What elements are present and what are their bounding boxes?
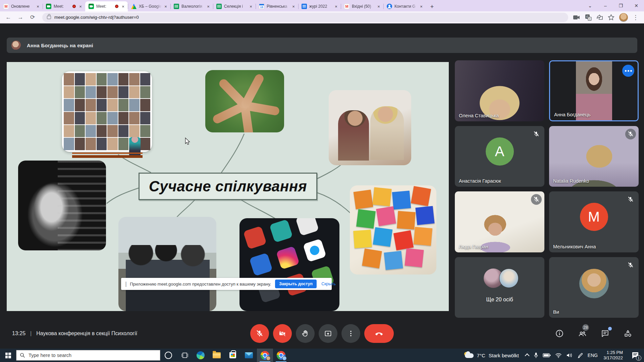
tab-close-icon[interactable]: × xyxy=(248,4,254,9)
tab-close-icon[interactable]: × xyxy=(376,4,381,9)
taskbar-clock[interactable]: 1:25 PM 3/17/2022 xyxy=(602,350,624,361)
back-button[interactable]: ← xyxy=(3,12,13,22)
tab-gmail-onovlene[interactable]: M Оновлене × xyxy=(0,1,43,11)
task-view-button[interactable] xyxy=(176,349,193,362)
search-placeholder: Type here to search xyxy=(29,353,71,358)
participant-tile-active-speaker[interactable]: Анна Богданець xyxy=(549,60,639,121)
participant-name: Natalia Rudenko xyxy=(553,178,589,184)
clock-date: 3/17/2022 xyxy=(603,355,623,361)
meet-page: Анна Богданець на екрані xyxy=(0,23,644,349)
participant-avatar: М xyxy=(580,203,608,231)
self-view-tile[interactable]: Ви xyxy=(549,257,639,318)
cortana-button[interactable] xyxy=(160,349,176,362)
participant-avatar xyxy=(499,268,519,288)
drive-icon xyxy=(131,4,137,9)
chat-button[interactable] xyxy=(598,326,612,341)
chrome-button-2[interactable] xyxy=(273,349,289,362)
tile-options-button[interactable] xyxy=(622,65,634,77)
tab-sheets-selekcia[interactable]: Селекція і × xyxy=(213,1,256,11)
taskbar-weather-widget[interactable]: 7°C Stark bewölkt xyxy=(461,352,522,359)
start-button[interactable] xyxy=(0,349,16,362)
edge-button[interactable] xyxy=(193,349,209,362)
tab-drive[interactable]: ХБ – Google × xyxy=(128,1,170,11)
window-restore-button[interactable]: ❐ xyxy=(613,0,629,11)
mic-toggle-button[interactable] xyxy=(250,324,269,343)
tab-close-icon[interactable]: × xyxy=(163,4,168,9)
stop-sharing-button[interactable]: Закрыть доступ xyxy=(275,280,317,288)
camera-toggle-button[interactable] xyxy=(273,324,292,343)
store-button[interactable] xyxy=(225,349,241,362)
presentation-title-box: Сучасне спілкування xyxy=(139,173,317,200)
activities-button[interactable] xyxy=(621,326,635,341)
contacts-icon xyxy=(387,4,392,9)
participant-tile[interactable]: Natalia Rudenko xyxy=(549,126,639,187)
language-indicator[interactable]: ENG xyxy=(588,353,598,358)
chrome-button-active[interactable] xyxy=(257,349,273,362)
tab-meet-1[interactable]: Meet: × xyxy=(43,1,85,11)
tab-close-icon[interactable]: × xyxy=(35,4,41,9)
meet-icon xyxy=(46,4,51,9)
wifi-icon[interactable] xyxy=(555,353,562,358)
hide-notice-link[interactable]: Скрыть xyxy=(321,282,336,286)
action-center-button[interactable]: 1 xyxy=(629,349,642,362)
mic-muted-icon xyxy=(531,194,542,205)
volume-icon[interactable] xyxy=(566,353,573,358)
raise-hand-button[interactable] xyxy=(296,324,315,343)
bookmark-star-icon[interactable] xyxy=(608,14,614,21)
drag-handle-icon[interactable]: ║ xyxy=(124,282,127,287)
address-bar[interactable]: meet.google.com/wig-chtv-rdj?authuser=0 xyxy=(42,13,568,22)
tab-sheets-valeologia[interactable]: Валеологія × xyxy=(170,1,213,11)
clock-time: 1:25 PM xyxy=(603,350,623,355)
overflow-participants-tile[interactable]: Ще 20 осіб xyxy=(455,257,544,318)
store-icon xyxy=(229,352,236,358)
tab-close-icon[interactable]: × xyxy=(206,4,211,9)
browser-menu-icon[interactable]: ⋮ xyxy=(633,14,639,21)
taskbar-search-input[interactable]: Type here to search xyxy=(16,350,160,361)
participant-tile[interactable]: A Анастасія Гарасюк xyxy=(455,126,544,187)
tab-contacts[interactable]: Контакти G × xyxy=(383,1,426,11)
tab-close-icon[interactable]: × xyxy=(291,4,296,9)
leave-call-button[interactable] xyxy=(364,324,394,343)
sheets-icon xyxy=(216,4,222,9)
participants-button[interactable]: 28 xyxy=(575,326,590,341)
tab-calendar[interactable]: 15 Рівненська × xyxy=(256,1,298,11)
tab-gmail-inbox[interactable]: M Вхідні (50) × xyxy=(341,1,383,11)
recording-indicator-icon xyxy=(72,5,76,8)
participant-tile[interactable]: М Мельникович Анна xyxy=(549,191,639,252)
window-minimize-button[interactable]: – xyxy=(598,0,613,11)
tab-capture-icon[interactable] xyxy=(573,15,580,20)
tab-close-icon[interactable]: × xyxy=(419,4,424,9)
camera-off-icon xyxy=(278,329,287,338)
file-explorer-button[interactable] xyxy=(209,349,225,362)
participant-video xyxy=(576,61,612,120)
tab-search-chevron-icon[interactable]: ⌄ xyxy=(582,0,598,11)
participant-name: Люда Гавран xyxy=(459,244,488,249)
reload-button[interactable]: ⟳ xyxy=(28,12,38,22)
pen-icon[interactable] xyxy=(577,352,583,358)
tray-overflow-chevron-icon[interactable] xyxy=(525,353,529,358)
chrome-profile-badge xyxy=(282,356,287,361)
gmail-icon: M xyxy=(344,4,350,9)
share-icon[interactable] xyxy=(596,14,603,20)
screen: M Оновлене × Meet: × Meet: × ХБ – Google… xyxy=(0,0,644,362)
tab-close-icon[interactable]: × xyxy=(120,4,126,9)
browser-profile-avatar[interactable] xyxy=(619,13,628,22)
forward-button[interactable]: → xyxy=(15,12,25,22)
tab-close-icon[interactable]: × xyxy=(78,4,83,9)
tab-meet-active[interactable]: Meet: × xyxy=(85,1,128,11)
participant-tile[interactable]: Олена Ставицька xyxy=(455,60,544,121)
window-close-button[interactable]: ✕ xyxy=(629,0,644,11)
task-view-icon xyxy=(181,352,188,359)
tab-docs[interactable]: журі 2022 × xyxy=(298,1,341,11)
new-tab-button[interactable]: + xyxy=(427,2,437,11)
meeting-details-button[interactable] xyxy=(552,326,567,341)
battery-icon[interactable] xyxy=(543,353,551,358)
mic-muted-icon xyxy=(531,129,542,139)
mail-button[interactable] xyxy=(241,349,257,362)
translate-icon[interactable]: Gא xyxy=(585,14,592,21)
present-screen-button[interactable] xyxy=(319,324,337,343)
tab-close-icon[interactable]: × xyxy=(333,4,339,9)
participant-tile[interactable]: Люда Гавран xyxy=(455,191,544,252)
more-options-button[interactable] xyxy=(341,324,360,343)
tray-mic-icon[interactable] xyxy=(534,352,538,359)
